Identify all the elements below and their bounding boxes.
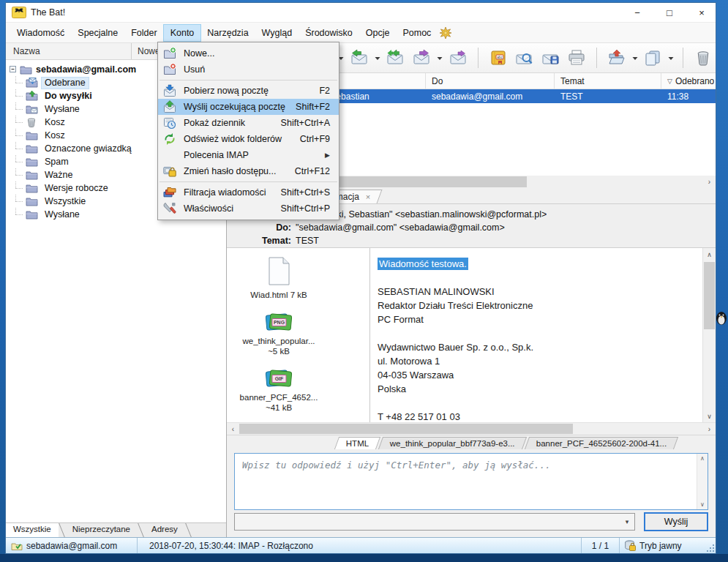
chevron-down-icon[interactable]: ▾ (620, 518, 634, 525)
desktop-bottom-strip (0, 554, 728, 562)
print-button[interactable] (564, 46, 589, 70)
scroll-track[interactable] (703, 261, 716, 410)
window-title: The Bat! (31, 7, 65, 18)
send-button[interactable]: Wyślij (644, 512, 708, 531)
file-tab-we-think-popular-bbf773a9-e3[interactable]: we_think_popular_bbf773a9-e3... (378, 437, 527, 449)
move-to-folder-button[interactable] (604, 46, 629, 70)
redirect-button[interactable] (446, 46, 470, 70)
expander-icon[interactable] (10, 66, 16, 72)
menubar-item-opcje[interactable]: Opcje (359, 25, 397, 41)
svg-text:abc: abc (497, 56, 503, 59)
tab-divider (59, 523, 65, 537)
body-line: Wydawnictwo Bauer Sp. z o.o., Sp.k. (378, 340, 702, 354)
body-line: Polska (378, 382, 702, 396)
body-vscrollbar[interactable]: ∧ ∨ (702, 248, 716, 422)
mail-down-icon (161, 84, 179, 97)
reply-button[interactable] (347, 46, 372, 70)
file-tab-html[interactable]: HTML (334, 437, 381, 449)
maximize-button[interactable]: □ (656, 3, 683, 22)
menu-separator (160, 80, 337, 80)
menubar-item-specjalne[interactable]: Specjalne (71, 25, 124, 41)
menubar-item-pomoc[interactable]: Pomoc (396, 25, 438, 41)
column-label: Odebrano (675, 76, 714, 86)
scroll-down-icon[interactable]: ∨ (700, 501, 705, 508)
dropdown-caret-icon[interactable] (667, 51, 675, 64)
menu-item-nowe[interactable]: Nowe... (158, 45, 339, 61)
menubar-item-wygląd[interactable]: Wygląd (255, 25, 299, 41)
file-tab-banner-pcf-46525602-200d-41[interactable]: banner_PCF_46525602-200d-41... (525, 437, 679, 449)
dropdown-caret-icon[interactable] (435, 51, 444, 64)
folder-view-tab-adresy[interactable]: Adresy (144, 523, 185, 537)
reply-action-row: ▾ Wyślij (227, 512, 716, 537)
filter-icon (161, 186, 179, 199)
find-message-button[interactable] (512, 46, 537, 70)
selected-text[interactable]: Wiadomość testowa. (378, 258, 468, 270)
copy-message-button[interactable] (641, 46, 666, 70)
field-label: Do: (227, 222, 296, 233)
menu-item-odśwież-widok-folderów[interactable]: Odśwież widok folderówCtrl+F9 (158, 131, 339, 147)
forward-button[interactable] (409, 46, 434, 70)
the-bat-window: The Bat! − □ × WiadomośćSpecjalneFolderK… (6, 3, 716, 553)
reply-all-button[interactable] (383, 46, 408, 70)
column-header-temat[interactable]: Temat (555, 73, 661, 89)
reply-options-dropdown[interactable]: ▾ (234, 513, 635, 531)
save-message-button[interactable] (538, 46, 563, 70)
column-header-odebrano[interactable]: ▽Odebrano (661, 73, 716, 89)
menu-item-label: Nowe... (184, 48, 325, 59)
titlebar[interactable]: The Bat! − □ × (6, 3, 716, 23)
outbox-folder-icon (26, 91, 38, 101)
statusbar-mode-section[interactable]: Tryb jawny (619, 538, 705, 553)
rosette-icon[interactable] (440, 27, 451, 39)
menu-item-pobierz-nową-pocztę[interactable]: Pobierz nową pocztęF2 (158, 83, 339, 99)
column-header-nazwa[interactable]: Nazwa (6, 43, 132, 59)
message-body[interactable]: Wiadomość testowa. SEBASTIAN MALINOWSKIR… (370, 248, 702, 422)
attachment-wiad-html-7-kb[interactable]: Wiad.html 7 kB (231, 257, 326, 300)
scroll-right-icon[interactable]: › (703, 176, 716, 188)
scroll-thumb[interactable] (704, 262, 715, 329)
quick-reply-input[interactable] (235, 454, 697, 509)
menu-item-usuń[interactable]: Usuń (158, 61, 339, 78)
minimize-button[interactable]: − (623, 3, 651, 22)
tab-divider (185, 523, 192, 537)
menu-item-wyślij-oczekującą-pocztę[interactable]: Wyślij oczekującą pocztęShift+F2 (158, 99, 339, 115)
menu-item-label: Polecenia IMAP (184, 150, 320, 160)
column-header-do[interactable]: Do (426, 73, 555, 89)
resize-grip[interactable] (705, 538, 716, 553)
close-tab-icon[interactable]: × (366, 192, 370, 201)
dropdown-caret-icon[interactable] (373, 51, 382, 64)
attachment-banner-pcf-4652[interactable]: GIFbanner_PCF_4652...~41 kB (231, 368, 326, 413)
field-value: "sebadawia@gmail.com" <sebadawia@gmail.c… (296, 222, 505, 233)
menu-item-shortcut: Shift+Ctrl+A (281, 118, 333, 128)
folder-view-tab-wszystkie[interactable]: Wszystkie (6, 523, 59, 537)
reply-vscrollbar[interactable]: ∧ ∨ (697, 454, 708, 509)
desktop-penguin-icon-fragment (716, 310, 728, 366)
toolbar-separator (683, 48, 683, 68)
menu-item-zmień-hasło-dostępu[interactable]: Zmień hasło dostępu...Ctrl+F12 (158, 163, 339, 179)
folder-view-tab-nieprzeczytane[interactable]: Nieprzeczytane (65, 523, 138, 537)
menu-item-pokaż-dziennik[interactable]: Pokaż dziennikShift+Ctrl+A (158, 115, 339, 131)
menu-item-polecenia-imap[interactable]: Polecenia IMAP▶ (158, 147, 339, 163)
body-line: T +48 22 517 01 03 (378, 410, 702, 422)
menubar-item-narzędzia[interactable]: Narzędzia (200, 25, 255, 41)
menubar-item-konto[interactable]: Konto (164, 25, 201, 41)
statusbar-account-section[interactable]: sebadawia@gmail.com (6, 538, 138, 553)
menu-item-właściwości[interactable]: WłaściwościShift+Ctrl+P (158, 201, 339, 217)
menu-item-label: Odśwież widok folderów (184, 134, 295, 144)
menubar-item-folder[interactable]: Folder (124, 25, 163, 41)
delete-message-button[interactable] (691, 46, 716, 70)
menubar-item-wiadomość[interactable]: Wiadomość (10, 25, 71, 41)
dropdown-caret-icon[interactable] (631, 51, 639, 64)
menu-item-filtracja-wiadomości[interactable]: Filtracja wiadomościShift+Ctrl+S (158, 184, 339, 201)
scroll-up-icon[interactable]: ∧ (700, 455, 705, 462)
attachment-we-think-popular[interactable]: PNGwe_think_popular...~5 kB (231, 312, 326, 356)
scroll-track[interactable] (239, 423, 703, 435)
scroll-right-icon[interactable]: › (703, 423, 716, 435)
scroll-up-icon[interactable]: ∧ (703, 248, 716, 261)
menubar-item-środowisko[interactable]: Środowisko (299, 25, 359, 41)
scroll-down-icon[interactable]: ∨ (703, 410, 716, 422)
body-hscrollbar[interactable]: ‹ › (227, 422, 716, 435)
scroll-thumb[interactable] (239, 424, 573, 434)
close-button[interactable]: × (688, 3, 716, 22)
address-book-button[interactable]: abc (486, 46, 511, 70)
scroll-left-icon[interactable]: ‹ (227, 423, 239, 435)
